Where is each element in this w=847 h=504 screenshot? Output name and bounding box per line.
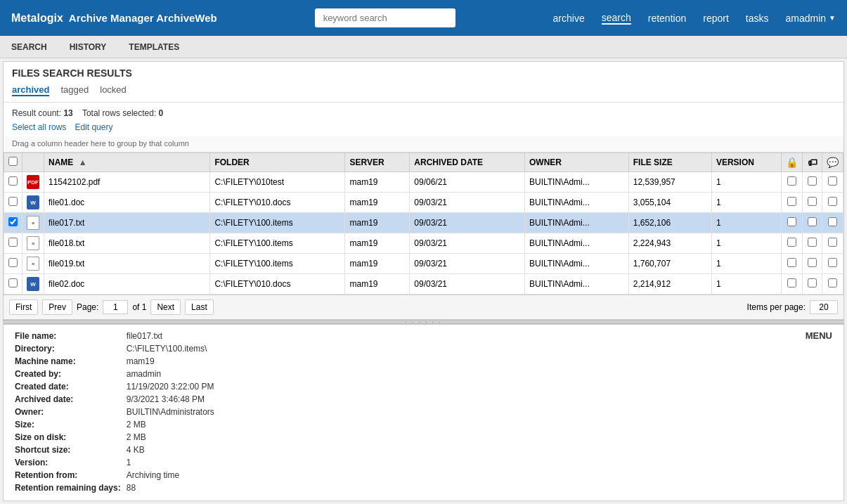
- detail-label: Machine name:: [15, 356, 121, 367]
- th-file-size[interactable]: FILE SIZE: [628, 153, 711, 172]
- cell-extra-1: [803, 233, 822, 254]
- cell-file_size: 2,214,912: [628, 274, 711, 295]
- cell-name: file01.doc: [44, 193, 210, 213]
- cell-extra-2: [822, 233, 843, 254]
- table-row[interactable]: ≡file019.txtC:\FILETY\100.itemsmam1909/0…: [4, 254, 843, 274]
- row-checkbox[interactable]: [8, 217, 18, 226]
- sub-nav-search[interactable]: SEARCH: [6, 39, 53, 55]
- detail-value: 2 MB: [127, 419, 832, 430]
- row-checkbox[interactable]: [8, 176, 18, 186]
- row-checkbox[interactable]: [8, 197, 18, 206]
- file-type-icon: ≡: [22, 213, 44, 233]
- cell-server: mam19: [345, 254, 410, 274]
- th-col2: 🏷: [803, 153, 822, 172]
- cell-extra-1: [803, 213, 822, 233]
- detail-value: file017.txt: [127, 330, 832, 342]
- cell-server: mam19: [345, 233, 410, 254]
- nav-search[interactable]: search: [602, 12, 631, 25]
- row-checkbox[interactable]: [8, 278, 18, 287]
- cell-extra-2: [822, 193, 843, 213]
- detail-label: Retention remaining days:: [15, 482, 121, 493]
- cell-file_size: 12,539,957: [628, 172, 711, 193]
- table-container[interactable]: NAME ▲ FOLDER SERVER ARCHIVED DATE OWNER…: [4, 153, 843, 295]
- detail-panel: MENU File name:file017.txtDirectory:C:\F…: [4, 325, 843, 499]
- nav-report[interactable]: report: [703, 13, 729, 24]
- detail-label: Archived date:: [15, 394, 121, 405]
- th-server[interactable]: SERVER: [345, 153, 410, 172]
- row-checkbox[interactable]: [8, 258, 18, 267]
- row-checkbox[interactable]: [8, 238, 18, 247]
- cell-archived_date: 09/06/21: [410, 172, 525, 193]
- file-type-icon: ≡: [22, 233, 44, 254]
- detail-label: Directory:: [15, 343, 121, 354]
- table-row[interactable]: Wfile01.docC:\FILETY\010.docsmam1909/03/…: [4, 193, 843, 213]
- cell-folder: C:\FILETY\100.items: [210, 254, 345, 274]
- cell-name: file017.txt: [44, 213, 210, 233]
- page-title: FILES SEARCH RESULTS: [4, 62, 843, 82]
- sub-nav-templates[interactable]: TEMPLATES: [123, 39, 185, 55]
- result-count-value: 13: [63, 108, 72, 118]
- detail-value: C:\FILETY\100.items\: [127, 343, 832, 354]
- main-content: FILES SEARCH RESULTS archived tagged loc…: [0, 58, 847, 504]
- first-button[interactable]: First: [9, 299, 38, 315]
- th-owner[interactable]: OWNER: [524, 153, 628, 172]
- cell-version: 1: [711, 274, 781, 295]
- detail-menu-button[interactable]: MENU: [806, 330, 832, 341]
- prev-button[interactable]: Prev: [42, 299, 72, 315]
- tab-archived[interactable]: archived: [12, 84, 49, 96]
- cell-folder: C:\FILETY\100.items: [210, 233, 345, 254]
- nav-tasks[interactable]: tasks: [746, 13, 769, 24]
- header: Metalogix Archive Manager ArchiveWeb arc…: [0, 0, 847, 36]
- cell-extra-2: [822, 213, 843, 233]
- pagination-right: Items per page:: [747, 300, 838, 314]
- table-row[interactable]: Wfile02.docC:\FILETY\010.docsmam1909/03/…: [4, 274, 843, 295]
- comment-icon: 💬: [827, 157, 839, 168]
- sub-nav-history[interactable]: HISTORY: [64, 39, 112, 55]
- th-archived-date[interactable]: ARCHIVED DATE: [410, 153, 525, 172]
- detail-value: 1: [127, 457, 832, 468]
- total-rows-label: Total rows selected:: [82, 108, 156, 118]
- cell-extra-2: [822, 172, 843, 193]
- file-type-icon: W: [22, 193, 44, 213]
- table-wrapper: NAME ▲ FOLDER SERVER ARCHIVED DATE OWNER…: [4, 153, 843, 295]
- cell-extra-1: [803, 254, 822, 274]
- drag-hint: Drag a column header here to group by th…: [4, 136, 843, 153]
- select-all-rows-link[interactable]: Select all rows: [12, 122, 66, 132]
- cell-file_size: 3,055,104: [628, 193, 711, 213]
- lock-icon: 🔒: [786, 157, 798, 168]
- tab-locked[interactable]: locked: [100, 84, 127, 96]
- detail-label: Created date:: [15, 381, 121, 392]
- cell-server: mam19: [345, 213, 410, 233]
- items-per-page-label: Items per page:: [747, 302, 806, 312]
- th-version[interactable]: VERSION: [711, 153, 781, 172]
- detail-label: Owner:: [15, 406, 121, 418]
- cell-extra-0: [782, 193, 803, 213]
- table-body: PDF11542102.pdfC:\FILETY\010testmam1909/…: [4, 172, 843, 295]
- next-button[interactable]: Next: [150, 299, 181, 315]
- cell-extra-0: [782, 172, 803, 193]
- page-input[interactable]: [103, 300, 128, 314]
- detail-label: Created by:: [15, 368, 121, 380]
- table-row[interactable]: ≡file017.txtC:\FILETY\100.itemsmam1909/0…: [4, 213, 843, 233]
- nav-retention[interactable]: retention: [648, 13, 686, 24]
- nav-amadmin[interactable]: amadmin ▼: [785, 13, 836, 24]
- edit-query-link[interactable]: Edit query: [75, 122, 112, 132]
- table-row[interactable]: PDF11542102.pdfC:\FILETY\010testmam1909/…: [4, 172, 843, 193]
- cell-file_size: 1,760,707: [628, 254, 711, 274]
- cell-server: mam19: [345, 193, 410, 213]
- cell-server: mam19: [345, 172, 410, 193]
- items-per-page-input[interactable]: [810, 300, 838, 314]
- cell-owner: BUILTIN\Admi...: [524, 172, 628, 193]
- detail-value: 11/19/2020 3:22:00 PM: [127, 381, 832, 392]
- cell-file_size: 1,652,106: [628, 213, 711, 233]
- last-button[interactable]: Last: [185, 299, 214, 315]
- sort-arrow-icon: ▲: [79, 157, 87, 167]
- th-folder[interactable]: FOLDER: [210, 153, 345, 172]
- th-select-all[interactable]: [4, 153, 22, 172]
- nav-archive[interactable]: archive: [553, 13, 585, 24]
- keyword-search-input[interactable]: [315, 8, 455, 27]
- tab-tagged[interactable]: tagged: [60, 84, 89, 96]
- select-all-checkbox[interactable]: [8, 157, 18, 166]
- table-row[interactable]: ≡file018.txtC:\FILETY\100.itemsmam1909/0…: [4, 233, 843, 254]
- th-name[interactable]: NAME ▲: [44, 153, 210, 172]
